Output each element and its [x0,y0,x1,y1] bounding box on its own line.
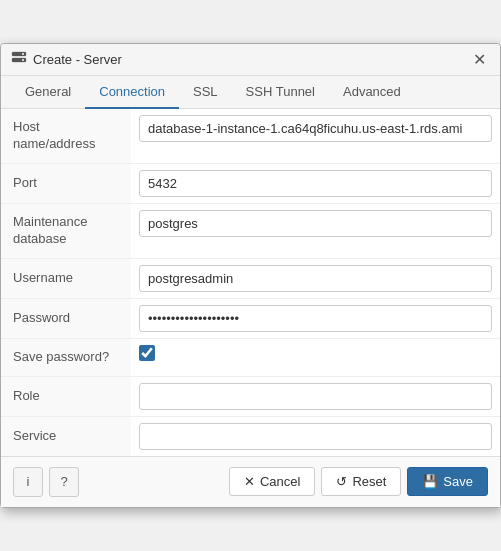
svg-point-3 [22,59,24,61]
username-row: Username [1,259,500,299]
maintenance-db-row: Maintenance database [1,204,500,259]
maintenance-db-label: Maintenance database [1,204,131,258]
username-input[interactable] [139,265,492,292]
host-input[interactable] [139,115,492,142]
save-button[interactable]: 💾 Save [407,467,488,496]
port-label: Port [1,164,131,203]
service-label: Service [1,417,131,456]
tab-ssl[interactable]: SSL [179,76,232,109]
cancel-icon: ✕ [244,474,255,489]
role-label: Role [1,377,131,416]
reset-button[interactable]: ↺ Reset [321,467,401,496]
dialog: Create - Server ✕ General Connection SSL… [0,43,501,508]
footer: i ? ✕ Cancel ↺ Reset 💾 Save [1,456,500,507]
svg-point-2 [22,53,24,55]
server-icon [11,50,27,69]
cancel-button[interactable]: ✕ Cancel [229,467,315,496]
service-input[interactable] [139,423,492,450]
host-label: Host name/address [1,109,131,163]
help-button[interactable]: ? [49,467,79,497]
save-label: Save [443,474,473,489]
save-password-checkbox[interactable] [139,345,155,361]
tab-ssh-tunnel[interactable]: SSH Tunnel [232,76,329,109]
port-row: Port [1,164,500,204]
maintenance-db-field [131,204,500,243]
cancel-label: Cancel [260,474,300,489]
help-icon: ? [60,474,67,489]
role-input[interactable] [139,383,492,410]
reset-icon: ↺ [336,474,347,489]
port-input[interactable] [139,170,492,197]
port-field [131,164,500,203]
tabs-bar: General Connection SSL SSH Tunnel Advanc… [1,76,500,109]
maintenance-db-input[interactable] [139,210,492,237]
role-row: Role [1,377,500,417]
tab-connection[interactable]: Connection [85,76,179,109]
password-row: Password [1,299,500,339]
title-bar-left: Create - Server [11,50,122,69]
host-field [131,109,500,148]
username-label: Username [1,259,131,298]
save-password-field [131,339,500,367]
footer-left: i ? [13,467,79,497]
save-password-row: Save password? [1,339,500,377]
footer-right: ✕ Cancel ↺ Reset 💾 Save [229,467,488,496]
service-row: Service [1,417,500,456]
save-password-label: Save password? [1,339,131,376]
save-icon: 💾 [422,474,438,489]
info-icon: i [27,474,30,489]
title-bar: Create - Server ✕ [1,44,500,76]
password-label: Password [1,299,131,338]
tab-advanced[interactable]: Advanced [329,76,415,109]
password-input[interactable] [139,305,492,332]
role-field [131,377,500,416]
host-row: Host name/address [1,109,500,164]
username-field [131,259,500,298]
reset-label: Reset [352,474,386,489]
tab-general[interactable]: General [11,76,85,109]
save-password-wrap [139,345,155,361]
info-button[interactable]: i [13,467,43,497]
close-button[interactable]: ✕ [469,52,490,68]
service-field [131,417,500,456]
password-field [131,299,500,338]
dialog-title: Create - Server [33,52,122,67]
form-body: Host name/address Port Maintenance datab… [1,109,500,456]
